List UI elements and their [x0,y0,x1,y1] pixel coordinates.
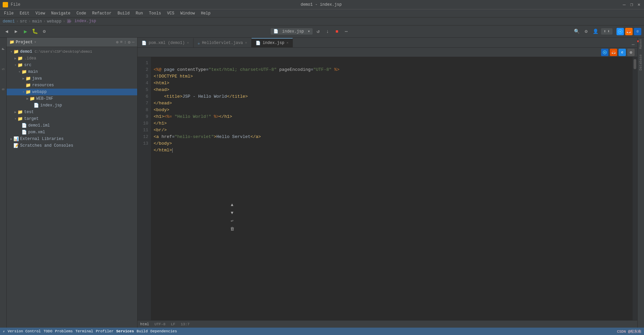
search-button[interactable]: 🔍 [573,28,581,36]
edge-button[interactable]: e [634,28,641,35]
editor-firefox-btn[interactable]: 🦊 [610,49,617,56]
tree-demo1iml[interactable]: ▶ 📄 demo1.iml [7,122,137,129]
scroll-down-btn[interactable]: ▼ [229,209,235,216]
toolbar-right: 🔍 ⚙ 👤 ⬆ ⬇ 🦊 e [573,28,641,36]
svg-text:JSP: JSP [67,20,71,23]
status-todo[interactable]: TODO [44,329,52,333]
tab-pomxml[interactable]: 📄 pom.xml (demo1) × [138,38,194,47]
editor-edge-btn[interactable]: e [619,49,626,56]
breadcrumb-demo1[interactable]: demo1 [3,19,15,24]
user-button[interactable]: 👤 [592,28,600,36]
tree-ext-libs[interactable]: ▶ 📊 External Libraries [7,136,137,142]
status-services[interactable]: Services [116,329,134,333]
breadcrumb-webapp[interactable]: webapp [47,19,61,24]
tree-indexjsp[interactable]: ▶ 📄 index.jsp [7,102,137,109]
minimize-button[interactable]: — [622,2,627,7]
maximize-button[interactable]: ❐ [629,2,634,7]
database-tab[interactable]: Database [638,53,644,72]
tab-indexjsp[interactable]: 📄 index.jsp × [252,38,293,47]
menu-tools[interactable]: Tools [146,10,164,16]
tree-java[interactable]: ▶ 📁 java [7,75,137,82]
tab-more-button[interactable]: ⋯ [632,42,635,47]
folder-icon-java: 📁 [25,76,31,81]
editor-other-btn[interactable]: ◎ [627,49,635,56]
tree-target[interactable]: ▾ 📁 target [7,115,137,122]
tree-test[interactable]: ▶ 📁 test [7,109,137,115]
tree-label-webinf: WEB-INF [36,96,53,101]
menu-vcs[interactable]: VCS [164,10,177,16]
run-button[interactable]: ▶ [21,28,30,36]
update-button[interactable]: ↓ [323,28,331,36]
language-indicator[interactable]: html [140,322,149,326]
tab-close-indexjsp[interactable]: × [286,41,289,45]
breadcrumb-main[interactable]: main [32,19,42,24]
code-editor[interactable]: <%@ page contentType="text/html; charset… [151,57,633,320]
menu-window[interactable]: Window [178,10,198,16]
editor-scrollbar[interactable] [633,57,637,320]
project-panel-header: 📁 Project ▾ ⊕ ≡ ↕ ⚙ — [7,38,137,47]
breadcrumb-src[interactable]: src [20,19,27,24]
close-button[interactable]: ✕ [637,2,641,7]
menu-view[interactable]: View [33,10,48,16]
tree-resources[interactable]: ▶ 📁 resources [7,82,137,89]
tab-close-helloservlet[interactable]: × [245,41,247,45]
settings-button[interactable]: ⚙ [40,28,48,36]
editor-chrome-btn[interactable] [601,49,608,56]
tree-idea[interactable]: ▶ 📁 .idea [7,55,137,62]
run-config-selector[interactable]: 📄 index.jsp ▾ [271,28,313,35]
tree-webapp[interactable]: ▾ 📁 webapp [7,89,137,95]
menu-build[interactable]: Build [115,10,132,16]
tree-label-demo1: demo1 C:\Users\CSF\Desktop\demo1 [20,49,92,54]
status-version-control[interactable]: Version Control [8,329,41,333]
project-tab[interactable]: P [1,39,6,59]
more-button[interactable]: ⋯ [342,28,350,36]
project-dropdown-arrow[interactable]: ▾ [34,40,36,45]
maven-tab[interactable]: Maven [638,38,644,50]
tree-scratches[interactable]: ▶ 📝 Scratches and Consoles [7,142,137,149]
firefox-button[interactable]: 🦊 [625,28,633,35]
status-terminal[interactable]: Terminal [75,329,93,333]
status-profiler[interactable]: Profiler [96,329,114,333]
menu-help[interactable]: Help [198,10,213,16]
status-dependencies[interactable]: Dependencies [150,329,177,333]
locate-file-button[interactable]: ⊕ [116,40,119,45]
vcs-branch-selector[interactable]: ⬆ ⬇ [601,28,612,35]
hide-panel-button[interactable]: — [132,40,135,45]
run-config-icon: 📄 [273,29,278,34]
stop-button[interactable]: ■ [333,28,341,36]
tree-root-demo1[interactable]: ▾ 📁 demo1 C:\Users\CSF\Desktop\demo1 [7,48,137,55]
tree-webinf[interactable]: ▶ 📁 WEB-INF [7,95,137,102]
tree-main[interactable]: ▾ 📁 main [7,68,137,75]
reload-button[interactable]: ↺ [314,28,322,36]
status-problems[interactable]: Problems [55,329,73,333]
forward-button[interactable]: ▶ [12,28,20,36]
tree-src[interactable]: ▾ 📁 src [7,62,137,68]
menu-navigate[interactable]: Navigate [48,10,73,16]
soft-wrap-btn[interactable]: ↩ [229,218,235,224]
menu-edit[interactable]: Edit [17,10,32,16]
breadcrumb-file[interactable]: JSP index.jsp [66,19,96,23]
debug-button[interactable]: 🐛 [31,28,39,36]
tab-helloservlet[interactable]: ☕ HelloServlet.java × [194,38,252,47]
title-bar-left: File [3,2,20,7]
clear-btn[interactable]: 🗑 [229,226,235,232]
bookmarks-tab[interactable]: B [1,79,6,99]
sort-button[interactable]: ↕ [124,40,127,45]
menu-refactor[interactable]: Refactor [90,10,114,16]
menu-file[interactable]: File [1,10,16,16]
line-num-13: 13 [138,140,148,147]
structure-tab[interactable]: S [1,59,6,79]
status-build[interactable]: Build [137,329,148,333]
settings-gear-button[interactable]: ⚙ [582,28,590,36]
tree-label-pomxml: pom.xml [28,130,45,135]
collapse-all-button[interactable]: ≡ [120,40,123,45]
tree-arrow-indexjsp: ▶ [30,103,34,107]
panel-settings-button[interactable]: ⚙ [128,40,130,45]
tree-pomxml[interactable]: ▶ 📄 pom.xml [7,129,137,136]
scroll-up-btn[interactable]: ▲ [229,201,235,208]
menu-code[interactable]: Code [74,10,89,16]
tab-close-pomxml[interactable]: × [187,41,189,45]
chrome-button[interactable] [616,28,624,35]
back-button[interactable]: ◀ [3,28,11,36]
menu-run[interactable]: Run [133,10,146,16]
